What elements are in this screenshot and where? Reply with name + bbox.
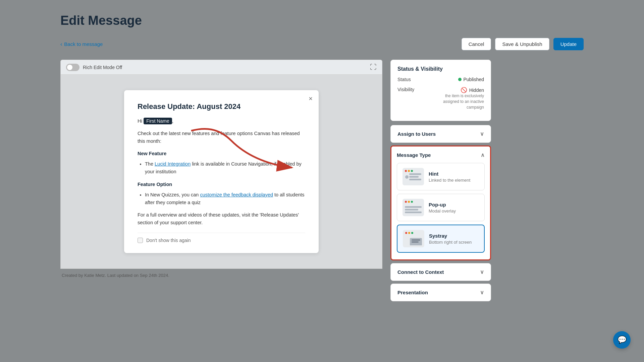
top-actions: Cancel Save & Unpublish Update	[462, 38, 584, 50]
hidden-note: the item is exclusively assigned to an i…	[437, 93, 484, 110]
connect-context-section: Connect to Context ∨	[390, 263, 491, 281]
popup-info: Pop-up Modal overlay	[429, 202, 456, 214]
first-name-badge: First Name	[144, 118, 172, 124]
hidden-icon: 🚫	[461, 87, 467, 93]
top-bar: ‹ Back to message Cancel Save & Unpublis…	[60, 38, 584, 50]
customize-feedback-link[interactable]: customize the feedback displayed	[200, 192, 273, 197]
new-feature-item: The Lucid Integration link is available …	[145, 160, 305, 176]
published-dot	[458, 78, 462, 81]
message-type-chevron-icon: ∧	[481, 152, 485, 158]
message-type-hint[interactable]: Hint Linked to the element	[397, 163, 485, 190]
message-close-button[interactable]: ×	[309, 95, 313, 103]
feature-option-item: In New Quizzes, you can customize the fe…	[145, 191, 305, 206]
editor-caption: Created by Katie Metz. Last updated on S…	[60, 273, 382, 278]
chevron-left-icon: ‹	[60, 41, 62, 47]
dont-show-checkbox[interactable]	[138, 238, 143, 243]
chat-fab-button[interactable]: 💬	[613, 331, 631, 349]
editor-content: × Release Update: August 2024 Hi First N…	[60, 74, 382, 269]
right-sidebar: Status & Visibility Status Published Vis…	[390, 60, 491, 301]
lucid-integration-link[interactable]: Lucid Integration	[155, 161, 191, 167]
dont-show-label: Don't show this again	[146, 238, 191, 243]
popup-icon-box	[402, 199, 424, 216]
fullscreen-button[interactable]: ⛶	[370, 63, 377, 71]
status-label: Status	[397, 77, 411, 82]
chat-icon: 💬	[618, 336, 627, 344]
connect-context-header[interactable]: Connect to Context ∨	[397, 269, 484, 275]
page-title: Edit Message	[60, 13, 584, 28]
close-icon: ×	[309, 95, 313, 102]
status-visibility-header: Status & Visibility	[397, 66, 484, 72]
update-button[interactable]: Update	[553, 38, 584, 50]
status-value: Published	[458, 77, 484, 82]
visibility-value: 🚫 Hidden	[437, 87, 484, 93]
presentation-section: Presentation ∨	[390, 284, 491, 301]
presentation-header[interactable]: Presentation ∨	[397, 289, 484, 296]
status-visibility-section: Status & Visibility Status Published Vis…	[390, 60, 491, 121]
message-card: × Release Update: August 2024 Hi First N…	[124, 90, 319, 253]
systray-info: Systray Bottom right of screen	[429, 233, 472, 245]
assign-users-header[interactable]: Assign to Users ∨	[397, 131, 484, 137]
message-body: Hi First Name, Check out the latest new …	[138, 117, 305, 227]
status-row: Status Published	[397, 77, 484, 82]
content-area: Rich Edit Mode Off ⛶ × Release Update: A…	[60, 60, 584, 301]
back-link[interactable]: ‹ Back to message	[60, 41, 103, 47]
rich-edit-label: Rich Edit Mode Off	[83, 65, 122, 70]
message-greeting: Hi First Name,	[138, 117, 305, 125]
fullscreen-icon: ⛶	[370, 63, 377, 71]
systray-icon-box	[403, 230, 424, 247]
editor-panel: Rich Edit Mode Off ⛶ × Release Update: A…	[60, 60, 382, 278]
presentation-chevron-icon: ∨	[480, 289, 484, 296]
message-type-systray[interactable]: Systray Bottom right of screen	[397, 225, 485, 253]
new-feature-heading: New Feature	[138, 150, 305, 158]
message-type-popup[interactable]: Pop-up Modal overlay	[397, 194, 485, 221]
save-unpublish-button[interactable]: Save & Unpublish	[495, 38, 549, 50]
visibility-label: Visibility	[397, 87, 414, 92]
message-type-panel: Message Type ∧	[390, 145, 491, 260]
back-link-text: Back to message	[64, 41, 103, 47]
assign-users-section: Assign to Users ∨	[390, 125, 491, 143]
connect-context-chevron-icon: ∨	[480, 269, 484, 275]
cancel-button[interactable]: Cancel	[462, 38, 491, 50]
toggle-container: Rich Edit Mode Off	[66, 64, 122, 71]
message-type-header: Message Type ∧	[397, 152, 485, 158]
assign-chevron-icon: ∨	[480, 131, 484, 137]
rich-edit-bar: Rich Edit Mode Off ⛶	[60, 60, 382, 74]
message-footer-text: For a full overview and videos of these …	[138, 211, 305, 227]
message-footer: Don't show this again	[138, 233, 305, 243]
feature-option-heading: Feature Option	[138, 181, 305, 188]
rich-edit-toggle[interactable]	[66, 64, 79, 71]
message-intro: Check out the latest new features and fe…	[138, 130, 305, 145]
hint-icon-box	[402, 168, 424, 185]
visibility-row: Visibility 🚫 Hidden the item is exclusiv…	[397, 87, 484, 110]
message-title: Release Update: August 2024	[138, 102, 305, 111]
hint-info: Hint Linked to the element	[429, 171, 470, 183]
